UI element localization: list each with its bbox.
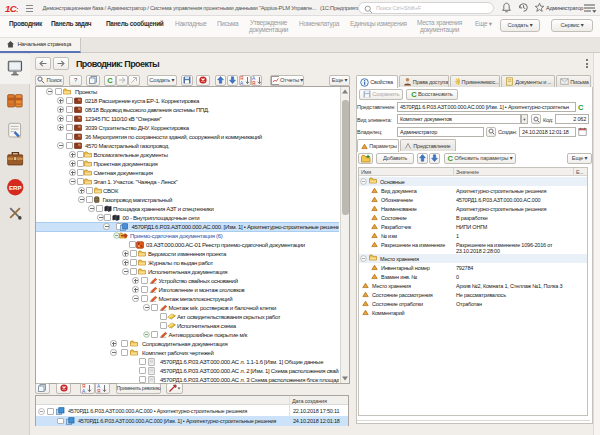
svg-text:А: А [82, 389, 86, 393]
svg-text:Я: Я [97, 389, 101, 393]
svg-text:А: А [240, 81, 244, 85]
svg-text:ERP: ERP [9, 184, 22, 191]
svg-text:Я: Я [252, 81, 256, 85]
